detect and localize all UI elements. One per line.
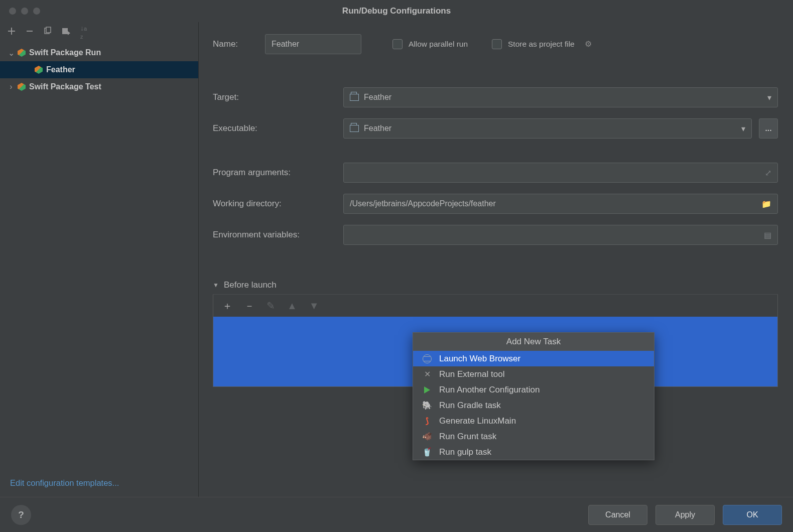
allow-parallel-checkbox[interactable]: Allow parallel run: [392, 39, 468, 49]
tree-item-swift-package-run[interactable]: ⌄ Swift Package Run: [0, 44, 198, 61]
expand-icon[interactable]: ⤢: [765, 168, 771, 178]
popup-item-linuxmain[interactable]: ⟆ Generate LinuxMain: [413, 413, 654, 429]
tools-icon: ✕: [422, 369, 432, 379]
package-icon: [34, 65, 43, 74]
executable-label: Executable:: [213, 123, 343, 134]
checkbox-label: Store as project file: [508, 40, 575, 49]
working-dir-input[interactable]: /Users/jetbrains/AppcodeProjects/feather…: [343, 194, 778, 214]
popup-item-label: Run Gradle task: [439, 401, 501, 411]
list-icon[interactable]: ▤: [764, 230, 771, 240]
program-args-label: Program arguments:: [213, 168, 343, 178]
sort-alpha-icon[interactable]: ↓az: [80, 24, 87, 40]
config-tree: ⌄ Swift Package Run Feather › Swift Pack…: [0, 42, 198, 472]
before-launch-toolbar: ＋ － ✎ ▲ ▼: [213, 295, 777, 317]
sidebar-toolbar: ↓az: [0, 22, 198, 42]
edit-templates-link[interactable]: Edit configuration templates...: [0, 472, 198, 497]
globe-icon: [422, 354, 432, 364]
executable-dropdown[interactable]: Feather ▾: [343, 118, 752, 139]
env-label: Environment variables:: [213, 230, 343, 240]
popup-item-label: Run External tool: [439, 369, 504, 379]
checkbox-label: Allow parallel run: [409, 40, 468, 49]
before-launch-title: Before launch: [224, 280, 277, 290]
tree-item-feather[interactable]: Feather: [0, 61, 198, 78]
working-dir-label: Working directory:: [213, 199, 343, 209]
triangle-down-icon: ▼: [213, 282, 219, 289]
remove-config-icon[interactable]: [25, 27, 34, 38]
help-button[interactable]: ?: [11, 505, 31, 525]
popup-item-another-config[interactable]: Run Another Configuration: [413, 382, 654, 397]
add-task-icon[interactable]: ＋: [222, 299, 232, 313]
gear-icon[interactable]: ⚙: [585, 40, 592, 49]
sidebar: ↓az ⌄ Swift Package Run Feather › Swift …: [0, 22, 199, 497]
popup-item-label: Run Another Configuration: [439, 385, 540, 395]
titlebar: Run/Debug Configurations: [0, 0, 793, 22]
env-input[interactable]: ▤: [343, 225, 778, 245]
gulp-icon: 🥤: [422, 447, 432, 457]
move-down-icon[interactable]: ▼: [309, 300, 319, 312]
window-title: Run/Debug Configurations: [0, 6, 793, 16]
browse-executable-button[interactable]: ...: [759, 118, 778, 139]
remove-task-icon[interactable]: －: [244, 299, 254, 313]
dropdown-value: Feather: [364, 124, 391, 133]
popup-item-label: Run Grunt task: [439, 432, 496, 442]
copy-config-icon[interactable]: [43, 27, 52, 38]
ok-button[interactable]: OK: [723, 505, 782, 525]
popup-title: Add New Task: [413, 333, 654, 351]
target-icon: [350, 94, 359, 101]
target-icon: [350, 125, 359, 132]
popup-item-gulp[interactable]: 🥤 Run gulp task: [413, 444, 654, 460]
store-project-checkbox[interactable]: Store as project file ⚙: [492, 39, 592, 49]
dropdown-value: Feather: [364, 93, 391, 102]
package-icon: [17, 48, 26, 57]
grunt-icon: 🐗: [422, 432, 432, 442]
name-input[interactable]: Feather: [265, 34, 361, 54]
folder-icon[interactable]: 📁: [761, 199, 771, 209]
popup-item-external-tool[interactable]: ✕ Run External tool: [413, 366, 654, 382]
name-label: Name:: [213, 39, 265, 49]
checkbox-icon: [392, 39, 403, 49]
swift-icon: ⟆: [422, 416, 432, 426]
popup-item-label: Launch Web Browser: [439, 354, 520, 364]
bottom-bar: ? Cancel Apply OK: [0, 497, 793, 532]
checkbox-icon: [492, 39, 502, 49]
chevron-down-icon: ▾: [767, 93, 771, 102]
popup-item-gradle[interactable]: 🐘 Run Gradle task: [413, 397, 654, 413]
target-label: Target:: [213, 92, 343, 102]
apply-button[interactable]: Apply: [655, 505, 715, 525]
program-args-input[interactable]: ⤢: [343, 163, 778, 183]
popup-item-grunt[interactable]: 🐗 Run Grunt task: [413, 429, 654, 444]
add-task-popup: Add New Task Launch Web Browser ✕ Run Ex…: [413, 332, 654, 460]
svg-rect-1: [46, 27, 51, 33]
gradle-icon: 🐘: [422, 401, 432, 411]
chevron-down-icon: ⌄: [8, 48, 14, 58]
chevron-right-icon: ›: [8, 82, 14, 91]
play-icon: [422, 385, 432, 395]
package-icon: [17, 82, 26, 91]
tree-item-swift-package-test[interactable]: › Swift Package Test: [0, 78, 198, 95]
tree-item-label: Feather: [46, 65, 75, 74]
popup-item-launch-browser[interactable]: Launch Web Browser: [413, 351, 654, 366]
tree-item-label: Swift Package Test: [29, 82, 101, 91]
popup-item-label: Run gulp task: [439, 447, 491, 457]
add-config-icon[interactable]: [7, 27, 16, 38]
save-config-icon[interactable]: [61, 27, 71, 38]
popup-item-label: Generate LinuxMain: [439, 416, 516, 426]
before-launch-header[interactable]: ▼ Before launch: [213, 280, 778, 295]
edit-task-icon[interactable]: ✎: [267, 300, 275, 312]
tree-item-label: Swift Package Run: [29, 48, 101, 57]
cancel-button[interactable]: Cancel: [588, 505, 647, 525]
main-panel: Name: Feather Allow parallel run Store a…: [199, 22, 793, 497]
chevron-down-icon: ▾: [741, 124, 745, 134]
target-dropdown[interactable]: Feather ▾: [343, 87, 778, 107]
move-up-icon[interactable]: ▲: [287, 300, 297, 312]
